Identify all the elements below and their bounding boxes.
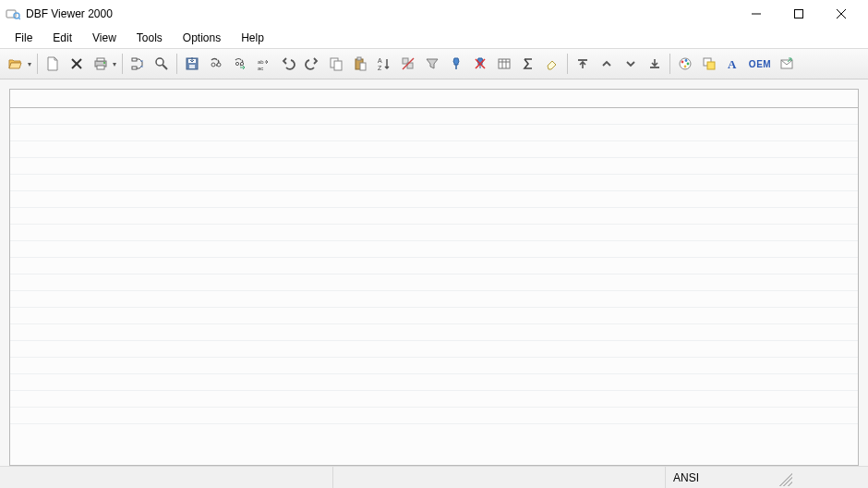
pagedown-icon[interactable] xyxy=(620,53,642,75)
redo-icon[interactable] xyxy=(301,53,323,75)
pageup-icon[interactable] xyxy=(596,53,618,75)
statusbar: ANSI xyxy=(0,466,868,488)
first-icon[interactable] xyxy=(572,53,594,75)
replace-icon[interactable]: abac xyxy=(253,53,275,75)
copy-icon[interactable] xyxy=(325,53,347,75)
svg-point-21 xyxy=(217,63,221,67)
svg-rect-27 xyxy=(334,61,342,70)
open-dropdown-icon[interactable]: ▾ xyxy=(26,53,33,75)
clear-filter-icon[interactable] xyxy=(469,53,491,75)
pin-filter-icon[interactable] xyxy=(445,53,467,75)
delete-icon[interactable] xyxy=(66,53,88,75)
maximize-button[interactable] xyxy=(778,0,820,28)
menu-file[interactable]: File xyxy=(6,30,42,46)
svg-rect-19 xyxy=(189,65,195,68)
svg-rect-11 xyxy=(97,66,104,69)
svg-point-15 xyxy=(156,58,163,66)
highlight-icon[interactable] xyxy=(698,53,720,75)
menu-tools[interactable]: Tools xyxy=(127,30,172,46)
svg-text:A: A xyxy=(728,57,737,71)
save-icon[interactable] xyxy=(181,53,203,75)
toolbar: ▾ ▾ abac AZ xyxy=(0,48,868,79)
findnext-icon[interactable] xyxy=(229,53,251,75)
svg-rect-4 xyxy=(795,10,803,18)
status-cell-2 xyxy=(332,467,665,488)
svg-rect-14 xyxy=(132,67,137,69)
titlebar: DBF Viewer 2000 xyxy=(0,0,868,28)
svg-text:ac: ac xyxy=(258,66,263,71)
workspace xyxy=(0,79,868,466)
clear-icon[interactable] xyxy=(541,53,563,75)
menu-edit[interactable]: Edit xyxy=(43,30,81,46)
find-icon[interactable] xyxy=(205,53,227,75)
dedup-icon[interactable] xyxy=(397,53,419,75)
svg-line-2 xyxy=(18,18,20,19)
svg-rect-29 xyxy=(357,57,361,60)
oem-button[interactable]: OEM xyxy=(746,53,774,75)
svg-line-16 xyxy=(163,65,167,69)
svg-rect-10 xyxy=(97,58,104,61)
status-encoding[interactable]: ANSI xyxy=(665,467,776,488)
grid-header[interactable] xyxy=(10,90,858,108)
svg-rect-12 xyxy=(103,62,105,64)
svg-point-20 xyxy=(211,63,215,67)
color-icon[interactable] xyxy=(674,53,696,75)
print-dropdown-icon[interactable]: ▾ xyxy=(111,53,118,75)
export-icon[interactable] xyxy=(776,53,798,75)
zoom-icon[interactable] xyxy=(151,53,173,75)
app-title: DBF Viewer 2000 xyxy=(26,7,735,20)
svg-point-49 xyxy=(687,63,690,66)
resize-grip-icon[interactable] xyxy=(776,470,792,486)
sort-icon[interactable]: AZ xyxy=(373,53,395,75)
svg-point-23 xyxy=(240,62,243,65)
svg-text:Z: Z xyxy=(378,65,382,71)
paste-icon[interactable] xyxy=(349,53,371,75)
open-icon[interactable] xyxy=(5,53,27,75)
menubar: File Edit View Tools Options Help xyxy=(0,28,868,48)
structure-icon[interactable] xyxy=(127,53,149,75)
status-cell-1 xyxy=(0,467,332,488)
font-icon[interactable]: A xyxy=(722,53,744,75)
menu-view[interactable]: View xyxy=(83,30,126,46)
close-button[interactable] xyxy=(820,0,862,28)
funnel-icon[interactable] xyxy=(421,53,443,75)
svg-point-50 xyxy=(684,66,687,68)
last-icon[interactable] xyxy=(644,53,666,75)
data-grid[interactable] xyxy=(9,89,859,466)
undo-icon[interactable] xyxy=(277,53,299,75)
sum-icon[interactable] xyxy=(517,53,539,75)
grid-body[interactable] xyxy=(10,108,858,465)
menu-options[interactable]: Options xyxy=(174,30,230,46)
svg-point-22 xyxy=(235,62,238,65)
svg-text:ab: ab xyxy=(258,59,264,65)
svg-rect-40 xyxy=(499,59,510,68)
columns-icon[interactable] xyxy=(493,53,515,75)
svg-text:A: A xyxy=(378,57,382,64)
svg-rect-13 xyxy=(132,58,137,61)
menu-help[interactable]: Help xyxy=(232,30,273,46)
svg-rect-30 xyxy=(360,63,366,70)
app-icon xyxy=(6,6,20,21)
new-icon[interactable] xyxy=(42,53,64,75)
svg-point-48 xyxy=(685,59,688,62)
svg-point-47 xyxy=(681,61,684,64)
minimize-button[interactable] xyxy=(735,0,778,28)
svg-rect-52 xyxy=(707,62,715,69)
print-icon[interactable] xyxy=(90,53,112,75)
oem-label: OEM xyxy=(749,59,771,69)
